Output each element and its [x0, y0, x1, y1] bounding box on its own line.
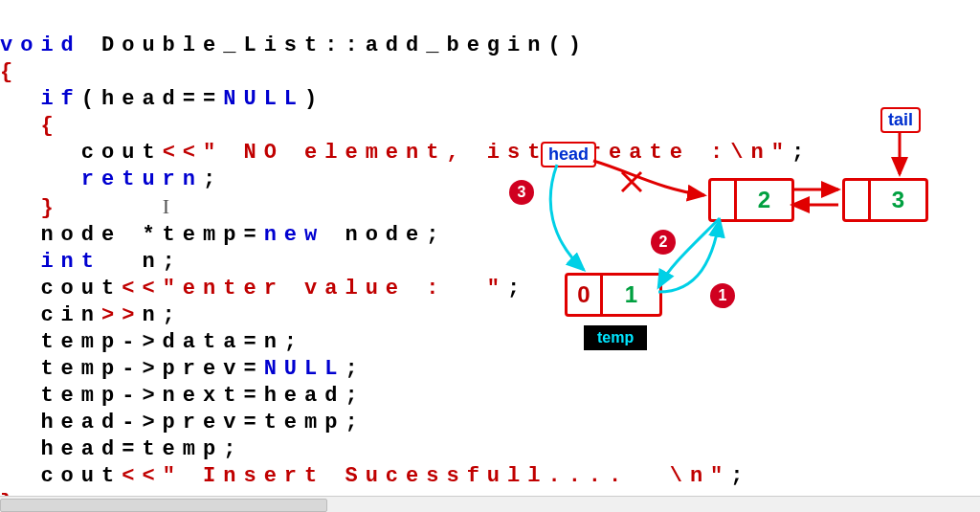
paren-close: ) [304, 87, 324, 111]
cin-n: n; [142, 303, 182, 327]
indent [0, 167, 81, 191]
kw-null: NULL [223, 87, 304, 111]
temp-label: temp [584, 325, 647, 350]
stmt-temp-prev: temp->prev= [0, 357, 264, 381]
kw-new: new [264, 223, 325, 247]
stmt-head-assign: head=temp; [0, 437, 243, 461]
text-cursor-icon: I [163, 193, 169, 220]
stmt-head-prev: head->prev=temp; [0, 411, 366, 434]
node-temp: 0 1 [565, 273, 662, 317]
op-stream: << [163, 141, 203, 165]
node-3: 3 [842, 178, 928, 222]
stmt-temp-next: temp->next=head; [0, 384, 366, 408]
node-2-value: 2 [737, 181, 791, 219]
kw-if: if [40, 87, 80, 111]
linked-list-diagram: head tail 2 3 0 1 temp 3 2 1 [498, 105, 976, 354]
semi: ; [345, 357, 365, 381]
kw-int: int [40, 250, 101, 274]
decl-n: n; [101, 250, 183, 274]
expr-head: (head== [81, 87, 223, 111]
tail-label: tail [880, 107, 921, 133]
node-3-prev [845, 181, 871, 219]
node-2: 2 [708, 178, 794, 222]
stmt-cin: cin [0, 303, 101, 327]
brace-open-inner: { [0, 114, 61, 138]
brace-open: { [0, 60, 20, 84]
brace-close-inner: } [0, 196, 61, 220]
str-enter: "enter value : " [163, 277, 507, 301]
str-success: " Insert Sucessfull.... \n" [163, 464, 731, 488]
step-2: 2 [651, 230, 676, 255]
op-stream-in: >> [101, 303, 142, 327]
stmt-node-temp: node *temp= [0, 223, 264, 247]
horizontal-scrollbar[interactable] [0, 496, 980, 512]
kw-void: void [0, 33, 81, 57]
stmt-cout2: cout [0, 277, 122, 301]
semi: ; [203, 167, 223, 191]
stmt-cout3: cout [0, 464, 122, 488]
node-2-prev [711, 181, 737, 219]
kw-return: return [81, 167, 203, 191]
stmt-node-temp2: node; [324, 223, 446, 247]
step-1: 1 [710, 283, 735, 308]
semi: ; [730, 464, 750, 488]
indent [0, 250, 40, 274]
op-stream: << [122, 464, 162, 488]
node-temp-value: 1 [603, 276, 659, 314]
head-label: head [541, 142, 596, 167]
stmt-cout: cout [0, 141, 163, 165]
step-3: 3 [509, 180, 534, 205]
node-3-value: 3 [871, 181, 925, 219]
node-temp-prev: 0 [568, 276, 603, 314]
stmt-temp-data: temp->data=n; [0, 330, 304, 354]
kw-null2: NULL [264, 357, 345, 381]
indent [0, 87, 40, 111]
op-stream: << [122, 277, 162, 301]
fn-sig: Double_List::add_begin() [81, 33, 589, 57]
scrollbar-thumb[interactable] [0, 499, 327, 512]
